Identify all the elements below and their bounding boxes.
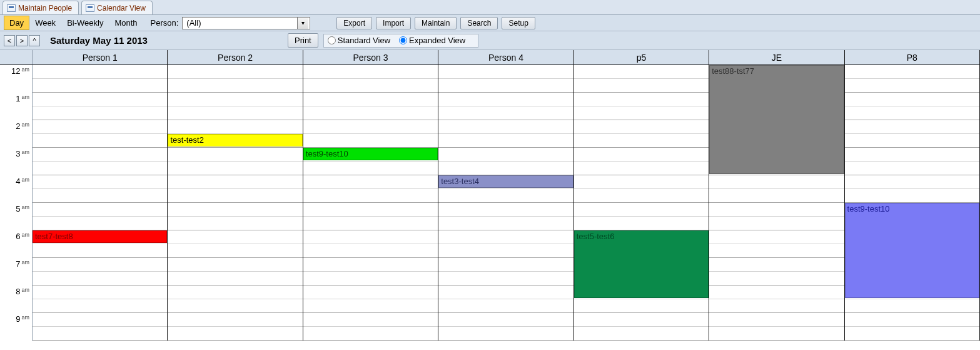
radio-input[interactable]: [328, 36, 336, 44]
time-slot[interactable]: [33, 244, 167, 258]
time-slot[interactable]: [33, 134, 167, 148]
time-slot[interactable]: [33, 258, 167, 272]
calendar-event[interactable]: test88-tst77: [709, 65, 844, 174]
time-slot[interactable]: [438, 79, 573, 93]
time-slot[interactable]: [438, 120, 573, 134]
time-slot[interactable]: [709, 286, 844, 299]
time-slot[interactable]: [845, 65, 979, 79]
time-slot[interactable]: [574, 134, 709, 148]
time-slot[interactable]: [168, 79, 302, 93]
time-slot[interactable]: [168, 120, 302, 134]
person-header[interactable]: JE: [709, 50, 844, 64]
time-slot[interactable]: [709, 175, 844, 189]
time-slot[interactable]: [303, 327, 438, 341]
person-column[interactable]: test7-test8: [33, 65, 168, 341]
time-slot[interactable]: [574, 106, 709, 120]
time-slot[interactable]: [438, 134, 573, 148]
time-slot[interactable]: [33, 313, 167, 327]
time-slot[interactable]: [168, 93, 302, 106]
time-slot[interactable]: [574, 313, 709, 327]
time-slot[interactable]: [168, 203, 302, 217]
time-slot[interactable]: [168, 230, 302, 244]
view-tab-biweekly[interactable]: Bi-Weekly: [61, 16, 109, 30]
time-slot[interactable]: [33, 327, 167, 341]
time-slot[interactable]: [845, 175, 979, 189]
person-column[interactable]: test5-test6: [574, 65, 709, 341]
time-slot[interactable]: [303, 134, 438, 148]
time-slot[interactable]: [33, 203, 167, 217]
time-slot[interactable]: [574, 203, 709, 217]
time-slot[interactable]: [845, 120, 979, 134]
time-slot[interactable]: [709, 203, 844, 217]
time-slot[interactable]: [303, 162, 438, 175]
person-filter-select[interactable]: (All) ▾: [182, 17, 310, 29]
person-column[interactable]: test3-test4: [438, 65, 573, 341]
time-slot[interactable]: [303, 175, 438, 189]
person-column[interactable]: test88-tst77: [709, 65, 844, 341]
calendar-event[interactable]: test5-test6: [574, 230, 709, 298]
time-slot[interactable]: [574, 189, 709, 203]
time-slot[interactable]: [438, 286, 573, 299]
time-slot[interactable]: [168, 148, 302, 162]
time-slot[interactable]: [33, 162, 167, 175]
time-slot[interactable]: [438, 258, 573, 272]
time-slot[interactable]: [845, 106, 979, 120]
time-slot[interactable]: [168, 175, 302, 189]
time-slot[interactable]: [574, 79, 709, 93]
time-slot[interactable]: [845, 327, 979, 341]
time-slot[interactable]: [303, 230, 438, 244]
doc-tab-maintain-people[interactable]: Maintain People: [3, 1, 79, 14]
time-slot[interactable]: [303, 313, 438, 327]
time-slot[interactable]: [438, 189, 573, 203]
time-slot[interactable]: [438, 162, 573, 175]
time-slot[interactable]: [845, 134, 979, 148]
calendar-event[interactable]: test-test2: [168, 134, 302, 147]
time-slot[interactable]: [33, 189, 167, 203]
time-slot[interactable]: [845, 313, 979, 327]
radio-input[interactable]: [399, 36, 407, 44]
expanded-view-radio[interactable]: Expanded View: [399, 36, 465, 45]
person-column[interactable]: test9-test10: [845, 65, 980, 341]
view-tab-day[interactable]: Day: [4, 16, 29, 30]
time-slot[interactable]: [845, 79, 979, 93]
time-slot[interactable]: [168, 258, 302, 272]
doc-tab-calendar-view[interactable]: Calendar View: [81, 1, 153, 14]
time-slot[interactable]: [574, 120, 709, 134]
time-slot[interactable]: [709, 313, 844, 327]
up-button[interactable]: ^: [29, 35, 40, 46]
time-slot[interactable]: [303, 217, 438, 230]
time-slot[interactable]: [33, 299, 167, 313]
time-slot[interactable]: [438, 327, 573, 341]
time-slot[interactable]: [574, 93, 709, 106]
import-button[interactable]: Import: [376, 17, 411, 29]
time-slot[interactable]: [168, 272, 302, 286]
time-slot[interactable]: [438, 272, 573, 286]
time-slot[interactable]: [709, 244, 844, 258]
time-slot[interactable]: [845, 93, 979, 106]
time-slot[interactable]: [168, 244, 302, 258]
export-button[interactable]: Export: [336, 17, 372, 29]
time-slot[interactable]: [168, 189, 302, 203]
time-slot[interactable]: [845, 148, 979, 162]
time-slot[interactable]: [303, 286, 438, 299]
time-slot[interactable]: [303, 106, 438, 120]
standard-view-radio[interactable]: Standard View: [328, 36, 390, 45]
time-slot[interactable]: [303, 203, 438, 217]
time-slot[interactable]: [438, 299, 573, 313]
time-slot[interactable]: [168, 327, 302, 341]
time-slot[interactable]: [574, 148, 709, 162]
person-header[interactable]: Person 3: [303, 50, 438, 64]
time-slot[interactable]: [33, 286, 167, 299]
time-slot[interactable]: [574, 175, 709, 189]
time-slot[interactable]: [574, 65, 709, 79]
time-slot[interactable]: [303, 120, 438, 134]
time-slot[interactable]: [845, 189, 979, 203]
view-tab-month[interactable]: Month: [109, 16, 143, 30]
time-slot[interactable]: [33, 79, 167, 93]
time-slot[interactable]: [168, 286, 302, 299]
next-button[interactable]: >: [16, 35, 28, 46]
time-slot[interactable]: [709, 217, 844, 230]
time-slot[interactable]: [33, 120, 167, 134]
setup-button[interactable]: Setup: [502, 17, 535, 29]
time-slot[interactable]: [303, 299, 438, 313]
